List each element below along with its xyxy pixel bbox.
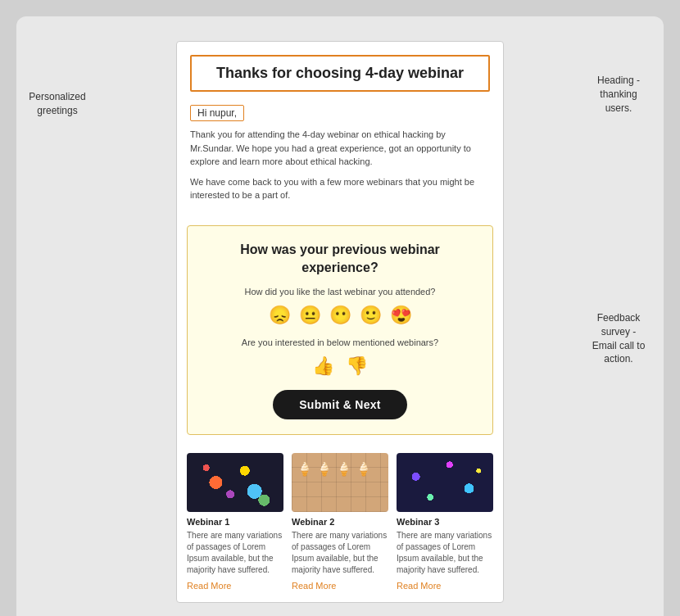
webinar-thumbnail-3 [397,453,493,512]
feedback-section: How was your previous webinar experience… [187,225,493,436]
webinar-title-2: Webinar 2 [292,517,388,527]
annotation-left: Personalized greetings [25,90,90,118]
outer-container: Personalized greetings Heading - thankin… [16,16,664,616]
body-para-1: Thank you for attending the 4-day webina… [190,128,490,169]
thumbs-row[interactable]: 👍 👎 [201,356,479,377]
webinar-title-3: Webinar 3 [397,517,493,527]
webinar-title-1: Webinar 1 [187,517,283,527]
emoji-4[interactable]: 🙂 [360,305,382,326]
feedback-question-1: How did you like the last webinar you at… [201,287,479,297]
webinar-item-1: Webinar 1 There are many variations of p… [187,453,283,591]
email-heading-box: Thanks for choosing 4-day webinar [190,55,490,92]
webinar-item-2: Webinar 2 There are many variations of p… [292,453,388,591]
emoji-5[interactable]: 😍 [390,305,412,326]
annotation-right-top: Heading - thanking users. [582,74,655,115]
webinar-thumbnail-1 [187,453,283,512]
feedback-question-2: Are you interested in below mentioned we… [201,337,479,347]
greeting-tag: Hi nupur, [190,105,244,121]
body-para-2: We have come back to you with a few more… [190,175,490,202]
emoji-1[interactable]: 😞 [269,305,291,326]
thumbs-up-icon[interactable]: 👍 [312,356,334,377]
emoji-3[interactable]: 😶 [329,305,351,326]
webinar-readmore-2[interactable]: Read More [292,581,388,591]
webinar-desc-1: There are many variations of passages of… [187,530,283,576]
webinar-grid: Webinar 1 There are many variations of p… [177,442,503,602]
webinar-item-3: Webinar 3 There are many variations of p… [397,453,493,591]
webinar-readmore-1[interactable]: Read More [187,581,283,591]
webinar-desc-3: There are many variations of passages of… [397,530,493,576]
annotation-right-bottom: Feedback survey - Email call to action. [582,311,655,366]
submit-next-button[interactable]: Submit & Next [273,390,407,419]
emoji-rating-row[interactable]: 😞 😐 😶 🙂 😍 [201,305,479,326]
email-body: Thank you for attending the 4-day webina… [177,128,503,219]
webinar-readmore-3[interactable]: Read More [397,581,493,591]
webinar-desc-2: There are many variations of passages of… [292,530,388,576]
thumbs-down-icon[interactable]: 👎 [346,356,368,377]
email-heading: Thanks for choosing 4-day webinar [205,65,475,82]
feedback-title: How was your previous webinar experience… [201,241,479,278]
webinar-thumbnail-2 [292,453,388,512]
email-card: Thanks for choosing 4-day webinar Hi nup… [176,41,504,603]
emoji-2[interactable]: 😐 [299,305,321,326]
